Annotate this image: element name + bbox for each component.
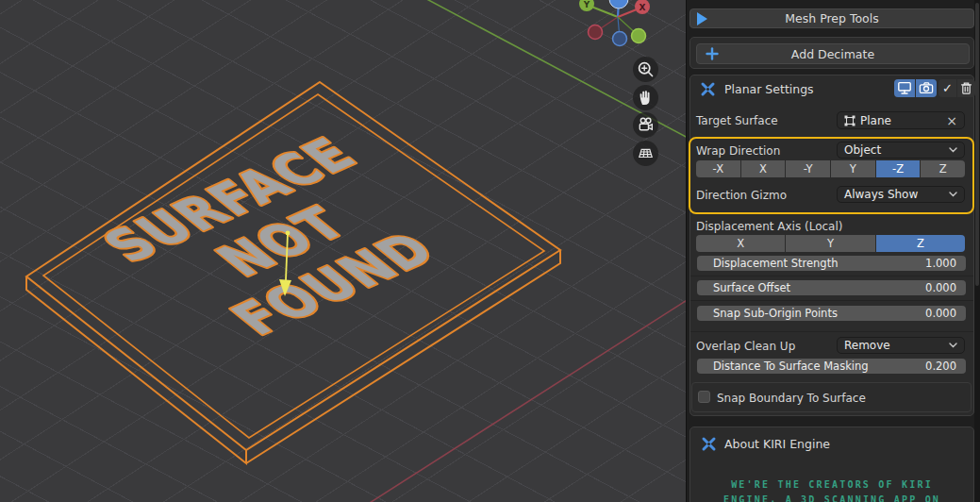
disp-axis-x[interactable]: X: [696, 235, 785, 252]
zoom-in-icon: [633, 57, 658, 82]
apply-button[interactable]: ✓: [938, 79, 956, 97]
add-decimate-label: Add Decimate: [697, 47, 969, 61]
target-surface-value: Plane: [860, 114, 941, 127]
pan-hand-icon: [633, 85, 658, 110]
clear-target-icon[interactable]: ×: [946, 116, 957, 126]
snap-boundary-label: Snap Boundary To Surface: [717, 390, 866, 407]
about-text-line1: WE'RE THE CREATORS OF KIRI: [690, 479, 973, 490]
gizmo-x-label: X: [639, 3, 646, 12]
show-viewport-toggle[interactable]: [894, 79, 915, 97]
wrap-direction-label: Wrap Direction: [696, 142, 780, 159]
pan-button[interactable]: [633, 85, 658, 110]
overlap-cleanup-label: Overlap Clean Up: [696, 338, 795, 355]
slider-value: 0.000: [925, 281, 956, 294]
wrap-axis-neg-x[interactable]: -X: [696, 160, 740, 177]
mesh-data-icon: [844, 115, 855, 126]
slider-value: 1.000: [925, 257, 956, 270]
wrap-axis-buttons: -X X -Y Y -Z Z: [696, 160, 965, 177]
show-render-toggle[interactable]: [916, 79, 937, 97]
gizmo-neg-x-ball[interactable]: [589, 25, 603, 40]
sidebar-panel: Mesh Prep Tools Add Decimate Planar Sett…: [686, 0, 980, 502]
target-surface-field[interactable]: Plane ×: [837, 111, 965, 129]
toggle-grid-button[interactable]: [633, 141, 658, 166]
wrap-axis-y[interactable]: Y: [831, 160, 875, 177]
3d-viewport[interactable]: SURFACE NOT FOUND Y X: [0, 0, 686, 502]
gizmo-z-ball[interactable]: [609, 0, 628, 8]
snap-boundary-checkbox[interactable]: [698, 391, 710, 403]
gizmo-neg-z-ball[interactable]: [613, 32, 627, 46]
x-axis-line: [362, 297, 686, 502]
snap-sub-origin-slider[interactable]: Snap Sub-Origin Points 0.000: [697, 306, 966, 321]
toggle-grid-icon: [633, 141, 658, 166]
viewport-scene: SURFACE NOT FOUND Y X: [0, 0, 686, 502]
slider-value: 0.000: [925, 307, 956, 320]
wrap-axis-x[interactable]: X: [741, 160, 786, 177]
gizmo-y-label: Y: [583, 0, 590, 9]
check-icon: ✓: [942, 81, 953, 95]
scrollbar[interactable]: [974, 0, 980, 502]
camera-view-button[interactable]: [633, 112, 658, 138]
surface-offset-slider[interactable]: Surface Offset 0.000: [697, 280, 966, 295]
add-decimate-box: Add Decimate: [689, 37, 974, 69]
nav-gizmo[interactable]: Y X: [579, 0, 650, 46]
wrap-axis-neg-z[interactable]: -Z: [876, 160, 921, 177]
planar-settings-title: Planar Settings: [724, 82, 814, 96]
camera-icon: [917, 79, 936, 97]
delete-button[interactable]: [957, 79, 975, 97]
wrap-direction-dropdown[interactable]: Object: [837, 142, 965, 159]
about-kiri-panel: About KIRI Engine WE'RE THE CREATORS OF …: [689, 427, 974, 502]
mesh-prep-tools-title: Mesh Prep Tools: [690, 11, 973, 25]
camera-view-icon: [633, 112, 658, 138]
mesh-prep-tools-header[interactable]: Mesh Prep Tools: [689, 8, 974, 28]
wrap-axis-neg-y[interactable]: -Y: [786, 160, 830, 177]
about-text-line2: ENGINE, A 3D SCANNING APP ON: [690, 494, 973, 502]
kiri-logo-icon: [701, 436, 717, 452]
about-kiri-title: About KIRI Engine: [724, 437, 830, 451]
disp-axis-y[interactable]: Y: [786, 235, 874, 252]
slider-value: 0.200: [925, 360, 956, 373]
direction-gizmo-label: Direction Gizmo: [696, 187, 787, 204]
displacement-axis-label: Displacement Axis (Local): [696, 218, 842, 235]
gizmo-neg-y-ball[interactable]: [632, 29, 646, 43]
chevron-down-icon: [949, 147, 957, 153]
displacement-strength-slider[interactable]: Displacement Strength 1.000: [697, 256, 966, 271]
wrap-axis-z[interactable]: Z: [921, 160, 965, 177]
chevron-down-icon: [949, 192, 957, 197]
distance-masking-slider[interactable]: Distance To Surface Masking 0.200: [697, 359, 966, 374]
disp-axis-z[interactable]: Z: [876, 235, 965, 252]
direction-gizmo-dropdown[interactable]: Always Show: [837, 186, 965, 203]
kiri-logo-icon: [700, 81, 716, 97]
add-decimate-button[interactable]: Add Decimate: [696, 43, 970, 64]
displacement-axis-buttons: X Y Z: [696, 235, 965, 252]
chevron-down-icon: [949, 343, 957, 348]
trash-icon: [958, 80, 974, 96]
zoom-in-button[interactable]: [633, 57, 658, 82]
monitor-icon: [895, 79, 914, 97]
target-surface-label: Target Surface: [696, 112, 778, 129]
overlap-cleanup-dropdown[interactable]: Remove: [837, 337, 965, 354]
